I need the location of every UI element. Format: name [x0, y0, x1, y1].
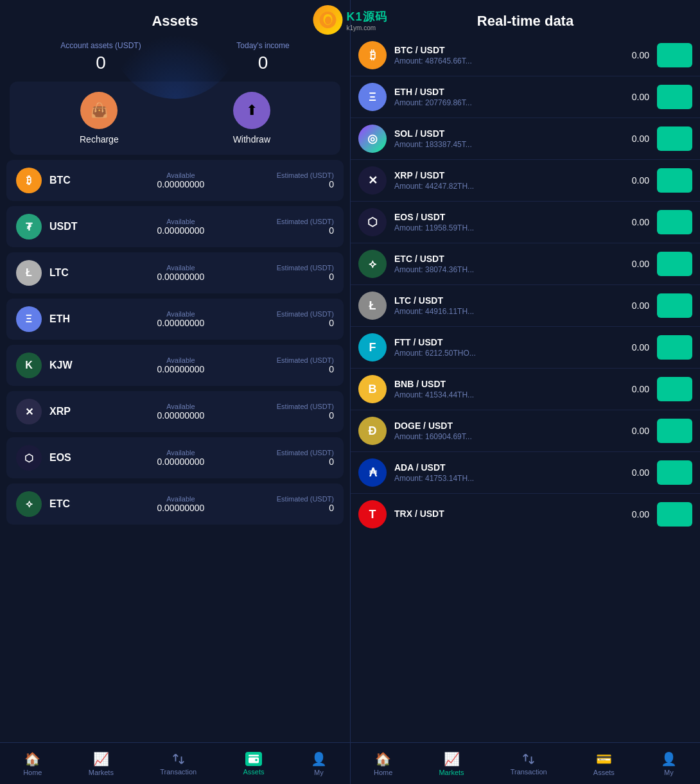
market-info-0: BTC / USDT Amount: 487645.66T...: [394, 45, 632, 65]
assets-active-icon: [245, 752, 262, 766]
market-item-11[interactable]: T TRX / USDT 0.00: [351, 494, 700, 535]
market-item-7[interactable]: F FTT / USDT Amount: 6212.50THO... 0.00: [351, 327, 700, 369]
market-trade-btn-1[interactable]: [657, 85, 692, 109]
market-price-7: 0.00: [632, 342, 649, 353]
market-trade-btn-11[interactable]: [657, 502, 692, 527]
logo-text: K1源码: [346, 9, 387, 24]
market-item-5[interactable]: ⟡ ETC / USDT Amount: 38074.36TH... 0.00: [351, 243, 700, 285]
market-info-1: ETH / USDT Amount: 207769.86T...: [394, 87, 632, 107]
coin-balance-eos: Available 0.00000000: [85, 449, 277, 467]
market-item-3[interactable]: ✕ XRP / USDT Amount: 44247.82TH... 0.00: [351, 160, 700, 202]
market-info-9: DOGE / USDT Amount: 160904.69T...: [394, 421, 632, 441]
market-price-2: 0.00: [632, 134, 649, 144]
coin-icon-eth: Ξ: [16, 306, 42, 332]
withdraw-label: Withdraw: [233, 134, 270, 144]
market-icon-10: ₳: [358, 458, 387, 487]
left-nav-assets[interactable]: Assets: [243, 752, 265, 776]
coin-icon-ltc: Ł: [16, 260, 42, 286]
left-nav-markets[interactable]: 📈 Markets: [89, 751, 114, 776]
market-info-5: ETC / USDT Amount: 38074.36TH...: [394, 254, 632, 274]
coin-list: ₿ BTC Available 0.00000000 Estimated (US…: [0, 160, 350, 742]
svg-rect-2: [255, 759, 257, 761]
coin-estimated-xrp: Estimated (USDT) 0: [277, 403, 334, 421]
market-trade-btn-3[interactable]: [657, 168, 692, 193]
market-trade-btn-4[interactable]: [657, 210, 692, 234]
coin-icon-xrp: ✕: [16, 399, 42, 424]
right-nav-my[interactable]: 👤 My: [661, 751, 677, 776]
withdraw-button[interactable]: ⬆ Withdraw: [233, 92, 270, 144]
market-trade-btn-6[interactable]: [657, 293, 692, 318]
coin-estimated-etc: Estimated (USDT) 0: [277, 495, 334, 513]
market-icon-2: ◎: [358, 125, 387, 153]
withdraw-icon: ⬆: [233, 92, 270, 129]
market-item-4[interactable]: ⬡ EOS / USDT Amount: 11958.59TH... 0.00: [351, 202, 700, 243]
coin-item-btc[interactable]: ₿ BTC Available 0.00000000 Estimated (US…: [6, 160, 344, 201]
right-nav-markets[interactable]: 📈 Markets: [439, 751, 464, 776]
market-info-6: LTC / USDT Amount: 44916.11TH...: [394, 295, 632, 316]
right-panel-title: Real-time data: [477, 13, 573, 29]
coin-item-kjw[interactable]: K KJW Available 0.00000000 Estimated (US…: [6, 345, 344, 386]
market-info-2: SOL / USDT Amount: 183387.45T...: [394, 128, 632, 149]
coin-item-usdt[interactable]: ₮ USDT Available 0.00000000 Estimated (U…: [6, 206, 344, 247]
market-trade-btn-8[interactable]: [657, 377, 692, 401]
market-item-8[interactable]: B BNB / USDT Amount: 41534.44TH... 0.00: [351, 369, 700, 410]
coin-balance-etc: Available 0.00000000: [85, 495, 277, 513]
coin-item-ltc[interactable]: Ł LTC Available 0.00000000 Estimated (US…: [6, 252, 344, 293]
logo-subtext: k1ym.com: [346, 24, 387, 31]
left-panel-title: Assets: [152, 13, 198, 29]
right-nav-home[interactable]: 🏠 Home: [374, 751, 392, 776]
right-nav-assets[interactable]: 💳 Assets: [593, 751, 615, 776]
recharge-button[interactable]: 👜 Recharge: [80, 92, 119, 144]
market-price-11: 0.00: [632, 509, 649, 519]
market-icon-1: Ξ: [358, 83, 387, 111]
coin-name-xrp: XRP: [49, 406, 85, 417]
coin-icon-btc: ₿: [16, 168, 42, 193]
coin-icon-etc: ⟡: [16, 491, 42, 517]
coin-icon-usdt: ₮: [16, 214, 42, 240]
account-assets-label: Account assets (USDT): [60, 41, 141, 50]
market-trade-btn-7[interactable]: [657, 335, 692, 360]
market-trade-btn-2[interactable]: [657, 126, 692, 151]
market-icon-7: F: [358, 333, 387, 362]
left-panel: Account assets (USDT) 0 Today's income 0…: [0, 35, 350, 784]
market-trade-btn-5[interactable]: [657, 252, 692, 276]
market-item-9[interactable]: Ð DOGE / USDT Amount: 160904.69T... 0.00: [351, 410, 700, 452]
market-item-6[interactable]: Ł LTC / USDT Amount: 44916.11TH... 0.00: [351, 285, 700, 327]
market-item-2[interactable]: ◎ SOL / USDT Amount: 183387.45T... 0.00: [351, 118, 700, 160]
coin-name-kjw: KJW: [49, 360, 85, 371]
coin-balance-usdt: Available 0.00000000: [85, 218, 277, 236]
left-nav-my[interactable]: 👤 My: [311, 751, 327, 776]
market-item-0[interactable]: ₿ BTC / USDT Amount: 487645.66T... 0.00: [351, 35, 700, 76]
coin-item-eth[interactable]: Ξ ETH Available 0.00000000 Estimated (US…: [6, 299, 344, 340]
coin-name-eth: ETH: [49, 313, 85, 325]
coin-item-xrp[interactable]: ✕ XRP Available 0.00000000 Estimated (US…: [6, 391, 344, 432]
market-info-4: EOS / USDT Amount: 11958.59TH...: [394, 212, 632, 232]
market-price-8: 0.00: [632, 384, 649, 394]
coin-item-eos[interactable]: ⬡ EOS Available 0.00000000 Estimated (US…: [6, 437, 344, 478]
market-price-3: 0.00: [632, 175, 649, 186]
right-transaction-icon: [521, 752, 536, 766]
account-assets-section: Account assets (USDT) 0: [60, 41, 141, 73]
market-info-3: XRP / USDT Amount: 44247.82TH...: [394, 170, 632, 191]
left-nav-home[interactable]: 🏠 Home: [23, 751, 42, 776]
market-item-1[interactable]: Ξ ETH / USDT Amount: 207769.86T... 0.00: [351, 76, 700, 118]
left-bottom-nav: 🏠 Home 📈 Markets Transaction Assets: [0, 742, 350, 784]
coin-name-usdt: USDT: [49, 221, 85, 232]
market-trade-btn-0[interactable]: [657, 43, 692, 67]
right-nav-transaction[interactable]: Transaction: [511, 752, 547, 776]
coin-estimated-kjw: Estimated (USDT) 0: [277, 356, 334, 374]
market-trade-btn-9[interactable]: [657, 419, 692, 443]
market-icon-8: B: [358, 375, 387, 403]
left-nav-transaction[interactable]: Transaction: [160, 752, 197, 776]
svg-rect-1: [249, 757, 259, 763]
svg-rect-0: [249, 754, 259, 756]
market-item-10[interactable]: ₳ ADA / USDT Amount: 41753.14TH... 0.00: [351, 452, 700, 494]
market-trade-btn-10[interactable]: [657, 460, 692, 485]
coin-balance-btc: Available 0.00000000: [85, 171, 277, 189]
coin-item-etc[interactable]: ⟡ ETC Available 0.00000000 Estimated (US…: [6, 483, 344, 525]
coin-estimated-btc: Estimated (USDT) 0: [277, 171, 334, 189]
market-icon-11: T: [358, 500, 387, 528]
account-assets-value: 0: [60, 53, 141, 73]
right-panel: ₿ BTC / USDT Amount: 487645.66T... 0.00 …: [350, 35, 700, 784]
market-icon-5: ⟡: [358, 250, 387, 278]
